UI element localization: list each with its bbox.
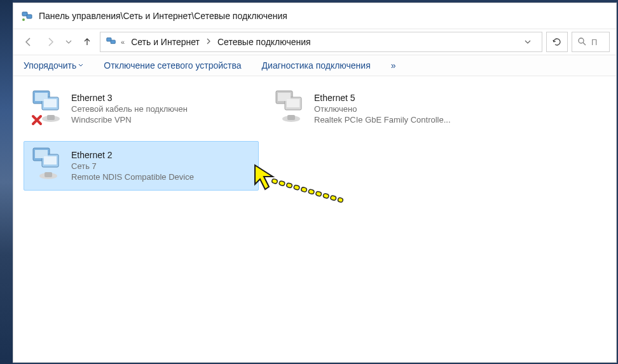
- titlebar-text: Панель управления\Сеть и Интернет\Сетевы…: [39, 11, 287, 21]
- address-dropdown-icon[interactable]: [519, 37, 537, 47]
- adapter-status: Сеть 7: [71, 161, 194, 171]
- cursor-annotation: [249, 159, 350, 210]
- adapter-item-ethernet2[interactable]: Ethernet 2 Сеть 7 Remote NDIS Compatible…: [24, 141, 259, 191]
- svg-rect-21: [44, 156, 57, 165]
- search-icon: [577, 37, 586, 48]
- adapter-icon-disconnected: [29, 88, 65, 129]
- svg-rect-11: [47, 115, 55, 120]
- network-connections-window: Панель управления\Сеть и Интернет\Сетевы…: [13, 3, 617, 363]
- adapter-item-ethernet5[interactable]: Ethernet 5 Отключено Realtek PCIe GbE Fa…: [266, 84, 502, 133]
- svg-rect-15: [287, 99, 299, 107]
- up-button[interactable]: [78, 33, 96, 51]
- disable-device-button[interactable]: Отключение сетевого устройства: [104, 60, 241, 71]
- forward-button[interactable]: [41, 33, 59, 51]
- search-input[interactable]: П: [572, 32, 610, 52]
- chevron-right-icon[interactable]: [206, 38, 211, 46]
- adapter-name: Ethernet 2: [71, 150, 194, 160]
- network-connections-icon: [21, 10, 34, 22]
- adapter-text: Ethernet 3 Сетевой кабель не подключен W…: [71, 88, 188, 129]
- refresh-button[interactable]: [546, 32, 568, 52]
- adapter-icon-disabled: [272, 88, 308, 129]
- toolbar-overflow[interactable]: »: [391, 60, 396, 71]
- adapter-item-ethernet3[interactable]: Ethernet 3 Сетевой кабель не подключен W…: [24, 84, 259, 133]
- svg-rect-17: [287, 115, 295, 120]
- adapter-name: Ethernet 5: [314, 93, 451, 103]
- organize-label: Упорядочить: [24, 60, 76, 71]
- adapter-desc: Realtek PCIe GbE Family Controlle...: [314, 115, 451, 125]
- disable-label: Отключение сетевого устройства: [104, 60, 241, 71]
- back-button[interactable]: [20, 33, 38, 51]
- adapter-text: Ethernet 5 Отключено Realtek PCIe GbE Fa…: [314, 88, 451, 129]
- adapter-desc: Remote NDIS Compatible Device: [71, 172, 194, 182]
- adapter-icon-connected: [29, 145, 65, 186]
- breadcrumb-root-chevron[interactable]: «: [121, 38, 125, 46]
- breadcrumb-segment[interactable]: Сетевые подключения: [215, 36, 313, 48]
- svg-point-5: [579, 38, 584, 43]
- navbar: « Сеть и Интернет Сетевые подключения П: [13, 29, 616, 55]
- adapter-text: Ethernet 2 Сеть 7 Remote NDIS Compatible…: [71, 145, 194, 186]
- diagnose-label: Диагностика подключения: [262, 60, 371, 71]
- recent-locations-dropdown[interactable]: [63, 33, 74, 51]
- svg-point-2: [22, 18, 25, 21]
- svg-rect-23: [45, 172, 52, 177]
- svg-rect-9: [44, 99, 57, 107]
- diagnose-button[interactable]: Диагностика подключения: [262, 60, 371, 71]
- svg-rect-4: [111, 40, 115, 43]
- titlebar: Панель управления\Сеть и Интернет\Сетевы…: [13, 3, 616, 29]
- address-icon: [106, 36, 117, 49]
- breadcrumb-segment[interactable]: Сеть и Интернет: [128, 36, 202, 48]
- svg-rect-1: [27, 15, 32, 18]
- adapter-status: Отключено: [314, 104, 451, 114]
- addressbar[interactable]: « Сеть и Интернет Сетевые подключения: [100, 32, 542, 52]
- chevron-down-icon: [78, 63, 83, 68]
- adapter-list: Ethernet 3 Сетевой кабель не подключен W…: [13, 76, 616, 362]
- search-placeholder: П: [591, 37, 597, 47]
- adapter-status: Сетевой кабель не подключен: [71, 104, 188, 114]
- organize-menu[interactable]: Упорядочить: [24, 60, 83, 71]
- adapter-desc: Windscribe VPN: [71, 115, 188, 125]
- adapter-name: Ethernet 3: [71, 93, 188, 103]
- toolbar: Упорядочить Отключение сетевого устройст…: [13, 55, 616, 76]
